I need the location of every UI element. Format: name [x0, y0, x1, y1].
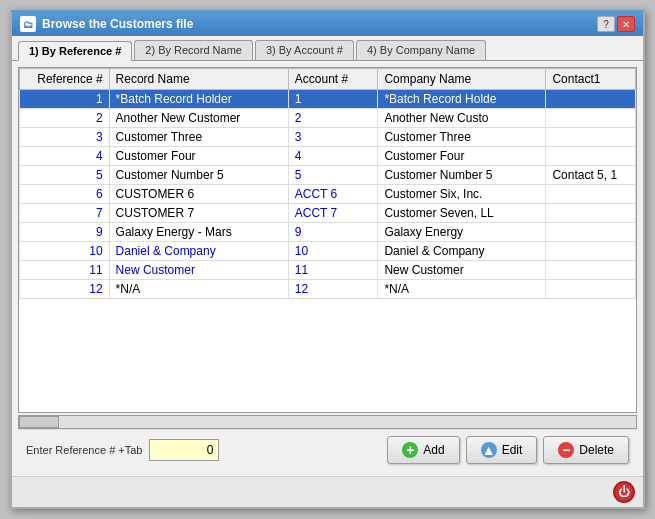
cell-contact [546, 204, 636, 223]
table-row[interactable]: 11New Customer11New Customer [20, 261, 636, 280]
edit-button[interactable]: ▲ Edit [466, 436, 538, 464]
cell-ref: 5 [20, 166, 110, 185]
cell-acct: 3 [288, 128, 378, 147]
cell-acct: 11 [288, 261, 378, 280]
cell-acct: ACCT 6 [288, 185, 378, 204]
cell-company: New Customer [378, 261, 546, 280]
delete-button[interactable]: − Delete [543, 436, 629, 464]
delete-label: Delete [579, 443, 614, 457]
table-row[interactable]: 5Customer Number 55Customer Number 5Cont… [20, 166, 636, 185]
cell-ref: 1 [20, 90, 110, 109]
cell-acct: 4 [288, 147, 378, 166]
help-button[interactable]: ? [597, 16, 615, 32]
edit-icon: ▲ [481, 442, 497, 458]
table-row[interactable]: 4Customer Four4Customer Four [20, 147, 636, 166]
cell-acct: 9 [288, 223, 378, 242]
table-row[interactable]: 9Galaxy Energy - Mars9Galaxy Energy [20, 223, 636, 242]
add-label: Add [423, 443, 444, 457]
cell-contact [546, 280, 636, 299]
cell-company: Daniel & Company [378, 242, 546, 261]
tab-by-company-name[interactable]: 4) By Company Name [356, 40, 486, 60]
content-area: Reference # Record Name Account # Compan… [12, 61, 643, 476]
table-row[interactable]: 2Another New Customer2Another New Custo [20, 109, 636, 128]
cell-name: Customer Three [109, 128, 288, 147]
bottom-bar: Enter Reference # +Tab + Add ▲ Edit − De… [18, 429, 637, 470]
cell-name: New Customer [109, 261, 288, 280]
cell-company: Customer Seven, LL [378, 204, 546, 223]
tab-by-record-name[interactable]: 2) By Record Name [134, 40, 253, 60]
table-header-row: Reference # Record Name Account # Compan… [20, 69, 636, 90]
cell-company: Customer Three [378, 128, 546, 147]
cell-contact: Contact 5, 1 [546, 166, 636, 185]
cell-company: Another New Custo [378, 109, 546, 128]
cell-ref: 11 [20, 261, 110, 280]
col-header-company: Company Name [378, 69, 546, 90]
cell-name: *Batch Record Holder [109, 90, 288, 109]
cell-contact [546, 242, 636, 261]
close-button[interactable]: ✕ [617, 16, 635, 32]
add-button[interactable]: + Add [387, 436, 459, 464]
table-row[interactable]: 12*N/A12*N/A [20, 280, 636, 299]
title-bar-left: 🗂 Browse the Customers file [20, 16, 193, 32]
title-buttons: ? ✕ [597, 16, 635, 32]
cell-acct: 12 [288, 280, 378, 299]
cell-name: Daniel & Company [109, 242, 288, 261]
cell-contact [546, 128, 636, 147]
cell-ref: 12 [20, 280, 110, 299]
footer-bar: ⏻ [12, 476, 643, 507]
cell-company: Customer Four [378, 147, 546, 166]
table-row[interactable]: 3Customer Three3Customer Three [20, 128, 636, 147]
tab-by-account[interactable]: 3) By Account # [255, 40, 354, 60]
action-buttons: + Add ▲ Edit − Delete [387, 436, 629, 464]
cell-name: Customer Number 5 [109, 166, 288, 185]
cell-name: CUSTOMER 7 [109, 204, 288, 223]
cell-company: Customer Number 5 [378, 166, 546, 185]
cell-company: *Batch Record Holde [378, 90, 546, 109]
table-row[interactable]: 10Daniel & Company10Daniel & Company [20, 242, 636, 261]
input-row: Enter Reference # +Tab + Add ▲ Edit − De… [26, 436, 629, 464]
cell-ref: 2 [20, 109, 110, 128]
cell-ref: 10 [20, 242, 110, 261]
cell-company: *N/A [378, 280, 546, 299]
cell-ref: 7 [20, 204, 110, 223]
cell-contact [546, 261, 636, 280]
cell-acct: 10 [288, 242, 378, 261]
col-header-ref: Reference # [20, 69, 110, 90]
horizontal-scrollbar[interactable] [18, 415, 637, 429]
ref-input-label: Enter Reference # +Tab [26, 444, 143, 456]
cell-name: Another New Customer [109, 109, 288, 128]
cell-acct: 5 [288, 166, 378, 185]
cell-name: Galaxy Energy - Mars [109, 223, 288, 242]
cell-name: Customer Four [109, 147, 288, 166]
data-table-container[interactable]: Reference # Record Name Account # Compan… [18, 67, 637, 413]
col-header-name: Record Name [109, 69, 288, 90]
cell-contact [546, 90, 636, 109]
window-title: Browse the Customers file [42, 17, 193, 31]
tabs-bar: 1) By Reference # 2) By Record Name 3) B… [12, 36, 643, 61]
customers-table: Reference # Record Name Account # Compan… [19, 68, 636, 299]
table-row[interactable]: 6CUSTOMER 6ACCT 6Customer Six, Inc. [20, 185, 636, 204]
cell-name: CUSTOMER 6 [109, 185, 288, 204]
table-row[interactable]: 7CUSTOMER 7ACCT 7Customer Seven, LL [20, 204, 636, 223]
delete-icon: − [558, 442, 574, 458]
cell-contact [546, 147, 636, 166]
cell-company: Galaxy Energy [378, 223, 546, 242]
table-row[interactable]: 1*Batch Record Holder1*Batch Record Hold… [20, 90, 636, 109]
cell-acct: 2 [288, 109, 378, 128]
cell-acct: ACCT 7 [288, 204, 378, 223]
ref-input[interactable] [149, 439, 219, 461]
window-icon: 🗂 [20, 16, 36, 32]
cell-company: Customer Six, Inc. [378, 185, 546, 204]
cell-ref: 3 [20, 128, 110, 147]
cell-contact [546, 185, 636, 204]
power-button[interactable]: ⏻ [613, 481, 635, 503]
table-body: 1*Batch Record Holder1*Batch Record Hold… [20, 90, 636, 299]
main-window: 🗂 Browse the Customers file ? ✕ 1) By Re… [10, 10, 645, 509]
cell-ref: 9 [20, 223, 110, 242]
scrollbar-thumb[interactable] [19, 416, 59, 428]
cell-contact [546, 223, 636, 242]
add-icon: + [402, 442, 418, 458]
tab-by-reference[interactable]: 1) By Reference # [18, 41, 132, 61]
cell-acct: 1 [288, 90, 378, 109]
cell-contact [546, 109, 636, 128]
